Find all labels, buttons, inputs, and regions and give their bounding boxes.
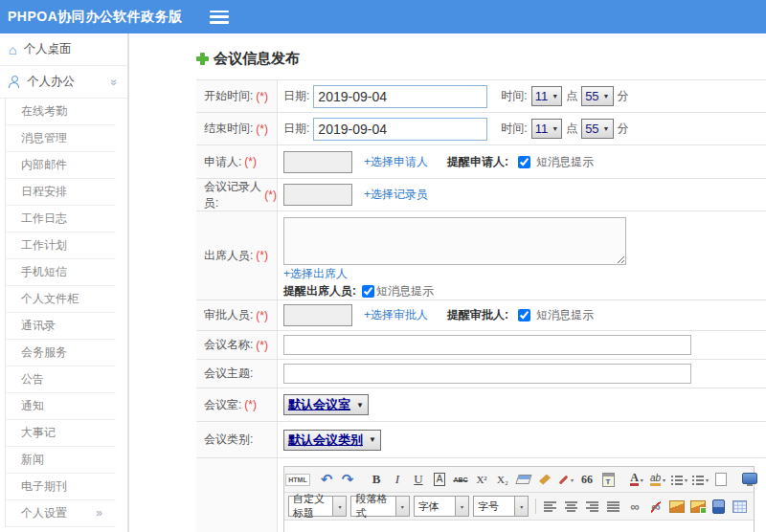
attendees-textarea[interactable] xyxy=(283,217,626,265)
form-row-meeting-name: 会议名称: (*) xyxy=(196,331,766,360)
superscript-button[interactable]: X² xyxy=(472,470,491,489)
start-date-input[interactable] xyxy=(313,85,487,108)
dropdown-arrow-icon: ▼ xyxy=(552,125,558,132)
applicant-sms-checkbox[interactable] xyxy=(518,156,530,168)
applicant-input[interactable] xyxy=(283,151,352,173)
sidebar-item-attendance[interactable]: 在线考勤 xyxy=(6,99,116,125)
required-mark: (*) xyxy=(244,155,257,168)
end-minute-select[interactable]: 55 ▼ xyxy=(581,119,613,139)
field-label: 会议名称: xyxy=(204,337,253,353)
sidebar-item-schedule[interactable]: 日程安排 xyxy=(6,179,116,206)
attendees-sms-checkbox[interactable] xyxy=(362,285,374,298)
sidebar-item-notice[interactable]: 通知 xyxy=(6,393,116,420)
field-label: 会议室: xyxy=(204,397,241,413)
meeting-room-select[interactable]: 默认会议室 ▼ xyxy=(283,394,369,415)
align-right-button[interactable] xyxy=(583,497,602,516)
underline-button[interactable]: U xyxy=(409,470,428,489)
approver-sms-checkbox[interactable] xyxy=(518,309,530,321)
start-minute-select[interactable]: 55 ▼ xyxy=(581,86,613,106)
paragraph-format-select[interactable]: 段落格式 ▾ xyxy=(350,496,409,517)
sidebar-item-sms[interactable]: 手机短信 xyxy=(6,259,116,286)
select-recorder-link[interactable]: +选择记录员 xyxy=(364,187,428,203)
upload-image-button[interactable] xyxy=(688,497,708,516)
sidebar-item-memorabilia[interactable]: 大事记 xyxy=(6,420,116,447)
select-attendees-link[interactable]: +选择出席人 xyxy=(283,266,348,282)
sidebar-item-messages[interactable]: 消息管理 xyxy=(6,125,116,152)
clear-format-button[interactable] xyxy=(535,470,554,489)
dropdown-arrow-icon: ▾ xyxy=(455,497,468,516)
sidebar-item-internal-mail[interactable]: 内部邮件 xyxy=(6,152,116,179)
unordered-list-button[interactable]: ▾ xyxy=(690,470,710,489)
select-applicant-link[interactable]: +选择申请人 xyxy=(364,154,428,170)
end-date-input[interactable] xyxy=(313,118,487,141)
required-mark: (*) xyxy=(256,249,268,262)
media-icon xyxy=(712,499,725,514)
form-row-meeting-room: 会议室: (*) 默认会议室 ▼ xyxy=(196,388,766,422)
insert-image-button[interactable] xyxy=(667,497,687,516)
format-painter-button[interactable]: ▾ xyxy=(556,470,575,489)
strikethrough-button[interactable]: ABC xyxy=(451,470,470,489)
meeting-subject-input[interactable] xyxy=(283,364,691,384)
sidebar-item-e-journal[interactable]: 电子期刊 xyxy=(6,474,116,500)
ordered-list-button[interactable]: ▾ xyxy=(669,470,688,489)
sidebar-item-file-cabinet[interactable]: 个人文件柜 xyxy=(6,286,116,313)
date-label: 日期: xyxy=(283,121,309,137)
custom-heading-select[interactable]: 自定义标题 ▾ xyxy=(288,496,347,517)
unlink-icon: ∞ xyxy=(651,499,660,514)
sidebar-item-supervise[interactable]: 督查督办 » xyxy=(0,527,127,532)
approver-input[interactable] xyxy=(283,304,352,326)
insert-table-button[interactable] xyxy=(731,497,750,516)
start-hour-select[interactable]: 11 ▼ xyxy=(531,86,562,106)
font-size-select[interactable]: 字号 ▾ xyxy=(473,496,529,517)
paste-button[interactable]: T xyxy=(598,470,618,489)
unordered-list-icon xyxy=(691,475,704,485)
select-approver-link[interactable]: +选择审批人 xyxy=(364,307,428,323)
menu-icon[interactable] xyxy=(210,11,229,24)
align-center-button[interactable] xyxy=(562,497,581,516)
editor-content-area[interactable] xyxy=(284,521,754,532)
insert-link-button[interactable]: ∞ xyxy=(625,497,644,516)
new-page-button[interactable] xyxy=(711,470,731,489)
eraser-button[interactable] xyxy=(514,470,533,489)
undo-button[interactable]: ↶ xyxy=(317,470,336,489)
bold-button[interactable]: B xyxy=(367,470,386,489)
time-label: 时间: xyxy=(501,88,527,104)
align-justify-button[interactable] xyxy=(604,497,623,516)
sidebar-item-work-log[interactable]: 工作日志 xyxy=(6,206,116,233)
form-row-content: HTML ↶ ↷ B I U A ABC X² X₂ ▾ xyxy=(196,458,766,532)
preview-button[interactable] xyxy=(740,470,759,489)
border-text-button[interactable]: A xyxy=(430,470,449,489)
italic-button[interactable]: I xyxy=(388,470,407,489)
remove-link-button[interactable]: ∞ xyxy=(646,497,665,516)
highlight-button[interactable]: ab▾ xyxy=(648,470,667,489)
eraser-icon xyxy=(515,475,531,484)
sidebar-item-work-plan[interactable]: 工作计划 xyxy=(6,233,116,259)
required-mark: (*) xyxy=(264,188,277,202)
font-family-select[interactable]: 字体 ▾ xyxy=(414,496,469,517)
insert-media-button[interactable] xyxy=(710,497,729,516)
sidebar-item-conference-service[interactable]: 会务服务 xyxy=(6,340,116,366)
source-code-button[interactable]: HTML xyxy=(288,470,307,489)
sidebar-item-office[interactable]: 个人办公 » xyxy=(0,66,127,99)
recorder-input[interactable] xyxy=(283,184,352,206)
sidebar-item-desktop[interactable]: ⌂ 个人桌面 xyxy=(0,33,127,66)
redo-button[interactable]: ↷ xyxy=(338,470,357,489)
form-row-applicant: 申请人: (*) +选择申请人 提醒申请人: 短消息提示 xyxy=(196,145,766,179)
form-row-approver: 审批人员: (*) +选择审批人 提醒审批人: 短消息提示 xyxy=(196,300,766,331)
end-hour-select[interactable]: 11 ▼ xyxy=(531,119,562,139)
page-icon xyxy=(715,473,727,486)
dropdown-arrow-icon: ▼ xyxy=(369,435,376,444)
sidebar-item-news[interactable]: 新闻 xyxy=(6,447,116,474)
font-color-button[interactable]: A▾ xyxy=(627,470,646,489)
meeting-name-input[interactable] xyxy=(283,335,691,355)
field-label: 会议类别: xyxy=(204,432,253,448)
align-left-button[interactable] xyxy=(541,497,560,516)
meeting-category-select[interactable]: 默认会议类别 ▼ xyxy=(283,430,381,451)
sidebar-item-announcement[interactable]: 公告 xyxy=(6,366,116,393)
field-label: 出席人员: xyxy=(204,248,253,264)
sidebar-item-settings[interactable]: 个人设置 » xyxy=(6,500,116,527)
dropdown-arrow-icon: ▼ xyxy=(603,125,610,132)
blockquote-button[interactable]: 66 xyxy=(577,470,597,489)
subscript-button[interactable]: X₂ xyxy=(493,470,512,489)
sidebar-item-contacts[interactable]: 通讯录 xyxy=(6,313,116,340)
